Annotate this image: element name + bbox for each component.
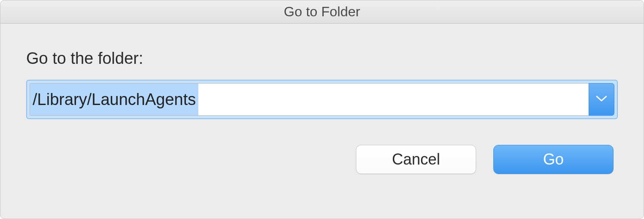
- cancel-button[interactable]: Cancel: [356, 145, 476, 174]
- go-button[interactable]: Go: [493, 145, 614, 174]
- folder-path-input[interactable]: [30, 83, 589, 116]
- prompt-label: Go to the folder:: [26, 49, 618, 68]
- path-combobox-inner: /Library/LaunchAgents: [30, 83, 614, 116]
- dialog-button-row: Cancel Go: [26, 145, 618, 174]
- path-combobox: /Library/LaunchAgents: [26, 80, 618, 119]
- chevron-down-icon: [595, 95, 608, 104]
- path-history-dropdown-button[interactable]: [589, 83, 614, 116]
- go-to-folder-dialog: Go to Folder Go to the folder: /Library/…: [0, 0, 644, 219]
- titlebar: Go to Folder: [0, 0, 644, 24]
- dialog-content: Go to the folder: /Library/LaunchAgents …: [0, 24, 644, 219]
- dialog-title: Go to Folder: [284, 4, 360, 20]
